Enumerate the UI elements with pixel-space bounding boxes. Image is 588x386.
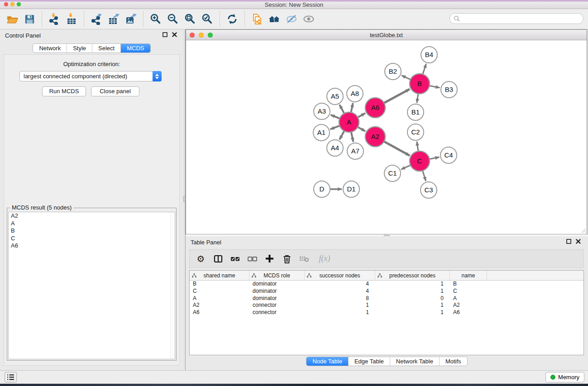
edge-A-A1[interactable] (330, 125, 341, 129)
zoom-fit-button[interactable] (182, 10, 199, 28)
table-cell[interactable]: 1 (375, 302, 450, 309)
mcds-result-scrollbar[interactable] (170, 212, 175, 359)
zoom-selected-button[interactable] (199, 10, 216, 28)
network-window-titlebar[interactable]: testGlobe.txt (186, 30, 587, 40)
delete-columns-button[interactable] (280, 252, 293, 266)
mcds-result-item[interactable]: A (9, 220, 175, 228)
table-cell[interactable]: A2 (190, 302, 249, 309)
edge-A6-B[interactable] (383, 89, 410, 104)
table-row[interactable]: Cdominator41C (190, 288, 583, 295)
search-field[interactable] (449, 13, 583, 24)
close-panel-icon[interactable] (172, 32, 177, 37)
edge-A2-C[interactable] (383, 141, 410, 156)
add-column-button[interactable] (263, 252, 276, 266)
edge-C-C3[interactable] (422, 170, 426, 181)
edge-B-B3[interactable] (429, 86, 440, 88)
table-cell[interactable]: A (450, 295, 487, 302)
tab-network-table[interactable]: Network Table (390, 357, 439, 366)
table-cell[interactable]: 1 (375, 281, 450, 288)
table-row[interactable]: A2connector11A2 (190, 302, 583, 309)
tab-style[interactable]: Style (67, 44, 92, 52)
tab-mcds[interactable]: MCDS (120, 44, 150, 52)
select-all-columns-button[interactable] (229, 252, 242, 266)
network-overview-button[interactable] (249, 10, 266, 28)
tab-select[interactable]: Select (92, 44, 120, 52)
float-panel-icon[interactable] (163, 32, 167, 37)
run-mcds-button[interactable]: Run MCDS (42, 86, 86, 96)
export-image-button[interactable] (122, 10, 139, 28)
network-canvas[interactable]: B4B2BB3A8A5A6A3B1AA1C2A2A4A7C4CC1C3DD1 (186, 40, 587, 234)
table-cell[interactable]: B (450, 281, 487, 288)
edge-A-A3[interactable] (330, 115, 340, 119)
zoom-in-button[interactable] (147, 10, 164, 28)
table-cell[interactable]: dominator (249, 281, 305, 288)
table-row[interactable]: Adominator80A (190, 295, 583, 302)
import-table-button[interactable] (63, 10, 80, 28)
edge-A-A8[interactable] (351, 103, 353, 114)
deselect-all-columns-button[interactable] (246, 252, 259, 266)
table-cell[interactable]: connector (249, 302, 305, 309)
close-panel-button[interactable]: Close panel (91, 86, 139, 96)
table-cell[interactable]: A2 (450, 302, 487, 309)
window-titlebar[interactable]: Session: New Session (0, 0, 588, 9)
edge-A-A7[interactable] (351, 131, 353, 142)
table-cell[interactable]: A (190, 295, 249, 302)
column-header-successor-nodes[interactable]: successor nodes (305, 271, 375, 280)
float-panel-icon[interactable] (566, 239, 571, 244)
show-all-button[interactable] (300, 10, 317, 28)
table-cell[interactable]: 4 (305, 288, 375, 295)
tab-edge-table[interactable]: Edge Table (348, 357, 390, 366)
column-header-predecessor-nodes[interactable]: predecessor nodes (375, 271, 450, 280)
tab-node-table[interactable]: Node Table (306, 357, 348, 366)
table-cell[interactable]: 1 (305, 309, 375, 316)
column-header-shared-name[interactable]: shared name (190, 271, 249, 280)
edge-A-A4[interactable] (339, 130, 344, 140)
table-cell[interactable]: dominator (249, 288, 305, 295)
table-cell[interactable]: 1 (375, 309, 450, 316)
table-cell[interactable]: 1 (375, 288, 450, 295)
table-cell[interactable]: C (190, 288, 249, 295)
table-cell[interactable]: 0 (375, 295, 450, 302)
edge-C-C2[interactable] (417, 142, 418, 152)
table-row[interactable]: A6connector11A6 (190, 309, 583, 316)
edge-C-C1[interactable] (401, 165, 411, 169)
hide-selected-button[interactable] (283, 10, 300, 28)
table-cell[interactable]: connector (249, 309, 305, 316)
edge-B-B4[interactable] (422, 64, 426, 75)
show-columns-button[interactable] (211, 252, 225, 266)
mcds-result-item[interactable]: C (9, 235, 175, 243)
memory-button[interactable]: Memory (545, 372, 584, 382)
table-cell[interactable]: B (190, 281, 249, 288)
tab-network[interactable]: Network (33, 44, 67, 52)
table-cell[interactable]: A6 (190, 309, 249, 316)
table-cell[interactable]: 1 (305, 302, 375, 309)
home-view-button[interactable] (266, 10, 283, 28)
table-cell[interactable]: A6 (450, 309, 487, 316)
import-network-button[interactable] (46, 10, 63, 28)
network-graph[interactable]: B4B2BB3A8A5A6A3B1AA1C2A2A4A7C4CC1C3DD1 (186, 40, 587, 234)
column-header-name[interactable]: name (450, 271, 487, 280)
open-session-button[interactable] (4, 10, 21, 28)
table-cell[interactable]: 4 (305, 281, 375, 288)
export-table-button[interactable] (105, 10, 122, 28)
column-header-mcds-role[interactable]: MCDS role (249, 271, 305, 280)
zoom-out-button[interactable] (164, 10, 182, 28)
table-cell[interactable]: dominator (249, 295, 305, 302)
edge-B-B2[interactable] (402, 76, 411, 80)
mcds-result-list[interactable]: A2ABCA6 (8, 212, 175, 359)
table-row[interactable]: Bdominator41B (190, 281, 583, 288)
delete-table-button[interactable] (297, 252, 311, 266)
edge-B-B1[interactable] (417, 93, 418, 103)
export-network-button[interactable] (88, 10, 105, 28)
mcds-result-item[interactable]: B (9, 227, 175, 235)
table-settings-button[interactable]: ⚙ (194, 252, 207, 266)
function-builder-button[interactable]: f(x) (315, 252, 335, 266)
edge-C-C4[interactable] (429, 157, 440, 159)
close-panel-icon[interactable] (576, 239, 581, 244)
tab-motifs[interactable]: Motifs (439, 357, 467, 366)
search-input[interactable] (460, 14, 583, 23)
task-history-button[interactable] (5, 372, 17, 382)
optimization-criterion-select[interactable]: largest connected component (directed) (19, 71, 162, 81)
refresh-layout-button[interactable] (224, 10, 241, 28)
edge-A-A5[interactable] (339, 105, 344, 114)
